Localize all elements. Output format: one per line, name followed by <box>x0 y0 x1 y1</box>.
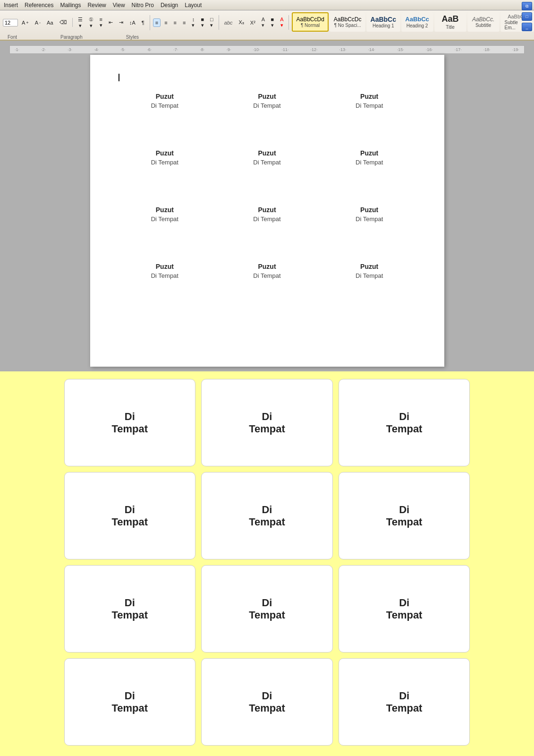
doc-cell-6: PuzutDi Tempat <box>119 201 212 244</box>
document-area: ·1··2··3· ·4··5··6· ·7··8··9· ·10··11··1… <box>0 41 534 371</box>
pilcrow-btn[interactable]: ¶ <box>139 18 147 27</box>
document-content-grid: PuzutDi TempatPuzutDi TempatPuzutDi Temp… <box>119 88 416 301</box>
doc-cell-5: PuzutDi Tempat <box>323 145 416 187</box>
label-cell-4: DiTempat <box>201 472 333 559</box>
font-color-btn[interactable]: A ▾ <box>278 15 286 30</box>
bullets-btn[interactable]: ☰ ▾ <box>76 15 85 30</box>
doc-cell-0: PuzutDi Tempat <box>119 88 212 130</box>
style-h2-preview: AaBbCc <box>405 16 429 23</box>
ribbon-row1: A+ A- Aa ⌫ ☰ ▾ ① ▾ ≡ ▾ ⇤ ⇥ ↕A ¶ ≡ ≡ ≡ ≡ … <box>3 12 531 34</box>
label-cell-6: DiTempat <box>64 565 196 653</box>
menu-nitro[interactable]: Nitro Pro <box>132 2 154 9</box>
style-h1-label: Heading 1 <box>373 23 394 28</box>
ruler: ·1··2··3· ·4··5··6· ·7··8··9· ·10··11··1… <box>9 45 525 54</box>
doc-cell-title-4: Puzut <box>258 149 276 157</box>
ruler-marks: ·1··2··3· ·4··5··6· ·7··8··9· ·10··11··1… <box>15 47 519 52</box>
doc-cell-sub-11: Di Tempat <box>356 272 383 279</box>
style-normal[interactable]: AaBbCcDd ¶ Normal <box>292 12 329 32</box>
doc-cell-title-11: Puzut <box>360 263 378 270</box>
styles-section: AaBbCcDd ¶ Normal AaBbCcDc ¶ No Spaci...… <box>292 12 534 33</box>
align-center-btn[interactable]: ≡ <box>162 18 170 27</box>
menu-bar: Insert References Mailings Review View N… <box>0 0 534 10</box>
decrease-indent-btn[interactable]: ⇤ <box>106 18 115 27</box>
align-left-btn[interactable]: ≡ <box>153 18 161 27</box>
menu-layout[interactable]: Layout <box>185 2 202 9</box>
label-print-area: DiTempatDiTempatDiTempatDiTempatDiTempat… <box>0 371 534 756</box>
doc-cell-10: PuzutDi Tempat <box>220 258 314 301</box>
label-grid: DiTempatDiTempatDiTempatDiTempatDiTempat… <box>64 379 470 746</box>
font-size-input[interactable] <box>3 19 18 26</box>
style-normal-label: ¶ Normal <box>301 23 320 28</box>
style-subtitle-label: Subtitle <box>475 23 491 28</box>
doc-cell-title-2: Puzut <box>360 93 378 100</box>
superscript-btn[interactable]: X² <box>248 18 258 27</box>
text-cursor <box>119 74 119 81</box>
label-cell-8: DiTempat <box>339 565 470 653</box>
shading-btn[interactable]: ■ ▾ <box>198 15 206 30</box>
paragraph-label: Paragraph <box>58 34 85 40</box>
multilevel-btn[interactable]: ≡ ▾ <box>97 15 105 30</box>
doc-cell-sub-3: Di Tempat <box>151 159 178 166</box>
doc-cell-9: PuzutDi Tempat <box>119 258 212 301</box>
label-cell-0: DiTempat <box>64 379 196 466</box>
styles-label: Styles <box>123 34 142 40</box>
text-format-group: abc X₂ X² A ▾ ■ ▾ A ▾ <box>222 15 289 30</box>
strikethrough-btn[interactable]: abc <box>222 18 235 27</box>
label-cell-1: DiTempat <box>201 379 333 466</box>
ribbon: A+ A- Aa ⌫ ☰ ▾ ① ▾ ≡ ▾ ⇤ ⇥ ↕A ¶ ≡ ≡ ≡ ≡ … <box>0 10 534 41</box>
sort-btn[interactable]: ↕A <box>127 18 138 27</box>
shrink-font-btn[interactable]: A- <box>33 18 43 27</box>
maximize-btn[interactable]: □ <box>522 12 532 21</box>
style-title[interactable]: AaB Title <box>434 12 466 32</box>
label-cell-3: DiTempat <box>64 472 196 559</box>
line-spacing-btn[interactable]: ↕ ▾ <box>189 15 197 30</box>
clear-format-btn[interactable]: ⌫ <box>57 18 69 27</box>
ribbon-labels: Font Paragraph Styles <box>3 34 531 40</box>
menu-mailings[interactable]: Mailings <box>60 2 81 9</box>
label-cell-7: DiTempat <box>201 565 333 653</box>
numbering-btn[interactable]: ① ▾ <box>86 15 96 30</box>
grow-font-btn[interactable]: A+ <box>19 18 31 27</box>
style-h2-label: Heading 2 <box>407 23 428 28</box>
borders-btn[interactable]: □ ▾ <box>208 15 216 30</box>
doc-cell-1: PuzutDi Tempat <box>220 88 314 130</box>
style-title-label: Title <box>446 25 455 30</box>
menu-design[interactable]: Design <box>161 2 178 9</box>
label-cell-5: DiTempat <box>339 472 470 559</box>
doc-cell-title-6: Puzut <box>156 206 174 214</box>
style-nospacing[interactable]: AaBbCcDc ¶ No Spaci... <box>330 12 365 32</box>
style-h1[interactable]: AaBbCc Heading 1 <box>366 12 400 32</box>
text-effects-btn[interactable]: A ▾ <box>259 15 267 30</box>
highlight-btn[interactable]: ■ ▾ <box>269 15 277 30</box>
style-nospacing-label: ¶ No Spaci... <box>334 23 361 28</box>
doc-cell-7: PuzutDi Tempat <box>220 201 314 244</box>
menu-review[interactable]: Review <box>87 2 106 9</box>
doc-cell-sub-0: Di Tempat <box>151 102 178 109</box>
doc-cell-sub-2: Di Tempat <box>356 102 383 109</box>
doc-cell-sub-1: Di Tempat <box>253 102 280 109</box>
window-controls: ⧉ □ _ <box>520 0 534 33</box>
label-cell-9: DiTempat <box>64 658 196 746</box>
document-page[interactable]: PuzutDi TempatPuzutDi TempatPuzutDi Temp… <box>90 55 444 367</box>
restore-down-btn[interactable]: ⧉ <box>522 2 532 10</box>
subscript-btn[interactable]: X₂ <box>237 18 246 27</box>
doc-cell-8: PuzutDi Tempat <box>323 201 416 244</box>
style-normal-preview: AaBbCcDd <box>296 16 324 23</box>
menu-insert[interactable]: Insert <box>4 2 18 9</box>
align-right-btn[interactable]: ≡ <box>171 18 179 27</box>
doc-cell-title-10: Puzut <box>258 263 276 270</box>
minimize-btn[interactable]: _ <box>522 23 532 31</box>
label-cell-2: DiTempat <box>339 379 470 466</box>
change-case-btn[interactable]: Aa <box>44 18 55 27</box>
style-h2[interactable]: AaBbCc Heading 2 <box>401 12 433 32</box>
justify-btn[interactable]: ≡ <box>180 18 188 27</box>
menu-references[interactable]: References <box>25 2 53 9</box>
doc-cell-2: PuzutDi Tempat <box>323 88 416 130</box>
doc-cell-title-3: Puzut <box>156 149 174 157</box>
doc-cell-title-5: Puzut <box>360 149 378 157</box>
doc-cell-sub-8: Di Tempat <box>356 215 383 223</box>
style-subtitle[interactable]: AaBbCc. Subtitle <box>467 12 500 32</box>
increase-indent-btn[interactable]: ⇥ <box>117 18 126 27</box>
menu-view[interactable]: View <box>113 2 125 9</box>
font-size-group: A+ A- Aa ⌫ <box>3 18 73 27</box>
